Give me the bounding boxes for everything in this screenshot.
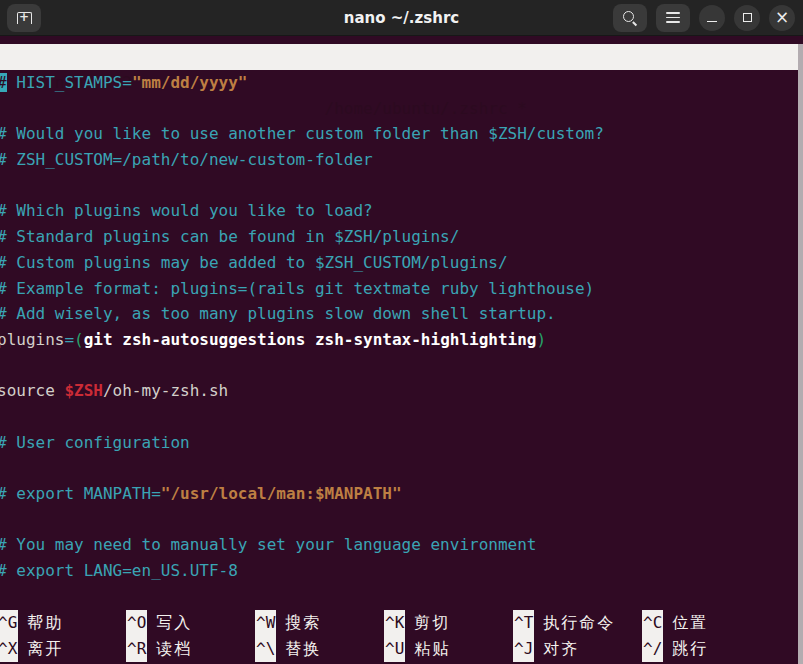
- editor-line: # ZSH_CUSTOM=/path/to/new-custom-folder: [0, 147, 803, 173]
- shortcut-ctrl-G: ^G帮助: [0, 610, 126, 636]
- shortcut-label: 替换: [285, 636, 321, 662]
- editor-line: # Would you like to use another custom f…: [0, 121, 803, 147]
- shortcut-key: ^/: [642, 636, 663, 662]
- editor-line: [0, 96, 803, 122]
- code-segment-cursor: #: [0, 73, 7, 92]
- code-segment-paren: ): [536, 330, 546, 349]
- shortcut-label: 帮助: [27, 610, 63, 636]
- editor-line: # Which plugins would you like to load?: [0, 198, 803, 224]
- shortcut-label: 粘贴: [414, 636, 450, 662]
- code-segment-comment: # Standard plugins can be found in $ZSH/…: [0, 227, 459, 246]
- code-segment-bold: git zsh-autosuggestions zsh-syntax-highl…: [84, 330, 537, 349]
- shortcut-ctrl-W: ^W搜索: [255, 610, 384, 636]
- code-segment-comment: # export LANG=en_US.UTF-8: [0, 561, 238, 580]
- shortcut-label: 位置: [672, 610, 708, 636]
- editor-line: # Example format: plugins=(rails git tex…: [0, 276, 803, 302]
- editor-line: [0, 353, 803, 379]
- editor-line: [0, 455, 803, 481]
- editor-line: # Custom plugins may be added to $ZSH_CU…: [0, 250, 803, 276]
- hamburger-menu-icon: [666, 12, 680, 23]
- editor-line: plugins=(git zsh-autosuggestions zsh-syn…: [0, 327, 803, 353]
- code-segment-comment: # Would you like to use another custom f…: [0, 124, 604, 143]
- shortcut-ctrl-O: ^O写入: [126, 610, 255, 636]
- new-tab-button[interactable]: [7, 4, 41, 32]
- shortcut-key: ^\: [255, 636, 276, 662]
- editor-area[interactable]: # HIST_STAMPS="mm/dd/yyyy"# Would you li…: [0, 70, 803, 609]
- code-segment-string: "/usr/local/man:$MANPATH": [161, 484, 402, 503]
- editor-line: # export MANPATH="/usr/local/man:$MANPAT…: [0, 481, 803, 507]
- code-segment-comment: # You may need to manually set your lang…: [0, 535, 536, 554]
- shortcut-label: 跳行: [672, 636, 708, 662]
- editor-line: # export LANG=en_US.UTF-8: [0, 558, 803, 584]
- minimize-button[interactable]: [699, 5, 725, 31]
- shortcut-ctrl-C: ^C位置: [642, 610, 803, 636]
- editor-line: # Add wisely, as too many plugins slow d…: [0, 301, 803, 327]
- minimize-icon: [707, 21, 717, 23]
- shortcut-key: ^R: [126, 636, 147, 662]
- search-icon: [622, 10, 638, 26]
- shortcut-row: ^G帮助^O写入^W搜索^K剪切^T执行命令^C位置: [0, 610, 803, 636]
- code-segment-paren: (: [74, 330, 84, 349]
- shortcut-key: ^U: [384, 636, 405, 662]
- search-button[interactable]: [613, 4, 647, 32]
- editor-line: [0, 173, 803, 199]
- editor-line: # HIST_STAMPS="mm/dd/yyyy": [0, 70, 803, 96]
- shortcut-label: 搜索: [285, 610, 321, 636]
- editor-line: # You may need to manually set your lang…: [0, 532, 803, 558]
- code-segment-plain: source: [0, 381, 64, 400]
- shortcut-key: ^K: [384, 610, 405, 636]
- shortcut-key: ^J: [513, 636, 534, 662]
- menu-button[interactable]: [656, 4, 690, 32]
- code-segment-comment: HIST_STAMPS=: [7, 73, 132, 92]
- maximize-button[interactable]: [734, 5, 760, 31]
- code-segment-red: $ZSH: [64, 381, 103, 400]
- editor-line: [0, 404, 803, 430]
- code-segment-comment: # export MANPATH=: [0, 484, 161, 503]
- editor-line: [0, 507, 803, 533]
- code-segment-string: "mm/dd/yyyy": [132, 73, 248, 92]
- shortcut-ctrl-X: ^X离开: [0, 636, 126, 662]
- shortcut-key: ^X: [0, 636, 18, 662]
- shortcut-label: 写入: [156, 610, 192, 636]
- code-segment-comment: # Add wisely, as too many plugins slow d…: [0, 304, 556, 323]
- new-tab-icon: [17, 12, 32, 24]
- close-button[interactable]: ×: [769, 5, 795, 31]
- code-segment-comment: # User configuration: [0, 433, 190, 452]
- close-icon: ×: [775, 9, 789, 26]
- terminal-content[interactable]: GNU nano 7.2 /home/ubuntu/.zshrc * # HIS…: [0, 36, 803, 664]
- editor-line: # User configuration: [0, 430, 803, 456]
- editor-line: # Standard plugins can be found in $ZSH/…: [0, 224, 803, 250]
- code-segment-plain: /oh-my-zsh.sh: [103, 381, 228, 400]
- code-segment-comment: # Example format: plugins=(rails git tex…: [0, 279, 594, 298]
- nano-header-bar: GNU nano 7.2 /home/ubuntu/.zshrc *: [0, 44, 803, 70]
- editor-line: [0, 584, 803, 610]
- terminal-window: nano ~/.zshrc × GNU nano 7.2 /home/ubunt…: [0, 0, 803, 664]
- maximize-icon: [743, 13, 752, 22]
- shortcut-key: ^O: [126, 610, 147, 636]
- scrollbar[interactable]: [798, 44, 803, 664]
- code-segment-comment: # Custom plugins may be added to $ZSH_CU…: [0, 253, 508, 272]
- shortcut-label: 对齐: [543, 636, 579, 662]
- shortcut-ctrl-\: ^\替换: [255, 636, 384, 662]
- shortcut-label: 读档: [156, 636, 192, 662]
- shortcut-ctrl-K: ^K剪切: [384, 610, 513, 636]
- shortcut-key: ^C: [642, 610, 663, 636]
- shortcut-ctrl-/: ^/跳行: [642, 636, 803, 662]
- code-segment-plain: plugins: [0, 330, 64, 349]
- shortcut-key: ^G: [0, 610, 18, 636]
- nano-shortcut-bar: ^G帮助^O写入^W搜索^K剪切^T执行命令^C位置^X离开^R读档^\替换^U…: [0, 610, 803, 662]
- shortcut-label: 执行命令: [543, 610, 615, 636]
- titlebar: nano ~/.zshrc ×: [0, 0, 803, 36]
- shortcut-ctrl-J: ^J对齐: [513, 636, 642, 662]
- code-segment-comment: # ZSH_CUSTOM=/path/to/new-custom-folder: [0, 150, 373, 169]
- shortcut-key: ^W: [255, 610, 276, 636]
- shortcut-ctrl-R: ^R读档: [126, 636, 255, 662]
- shortcut-ctrl-U: ^U粘贴: [384, 636, 513, 662]
- shortcut-ctrl-T: ^T执行命令: [513, 610, 642, 636]
- code-segment-op: =: [64, 330, 74, 349]
- code-segment-comment: # Which plugins would you like to load?: [0, 201, 373, 220]
- shortcut-label: 离开: [27, 636, 63, 662]
- shortcut-label: 剪切: [414, 610, 450, 636]
- shortcut-key: ^T: [513, 610, 534, 636]
- shortcut-row: ^X离开^R读档^\替换^U粘贴^J对齐^/跳行: [0, 636, 803, 662]
